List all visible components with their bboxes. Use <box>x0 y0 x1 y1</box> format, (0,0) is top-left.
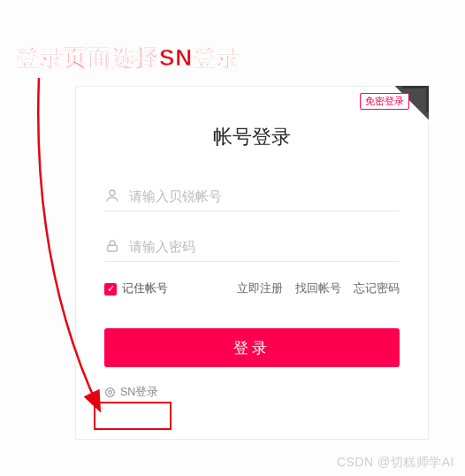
username-row <box>104 180 400 211</box>
watermark: CSDN @切糕师学AI <box>337 455 454 471</box>
svg-point-3 <box>109 391 112 395</box>
sn-login-link[interactable]: SN登录 <box>104 385 400 400</box>
svg-point-1 <box>110 190 115 196</box>
remember-checkbox[interactable]: ✓ 记住帐号 <box>104 281 168 296</box>
remember-label: 记住帐号 <box>122 281 168 296</box>
passwordless-badge[interactable]: 免密登录 <box>360 93 409 110</box>
corner-tab[interactable]: 免密登录 <box>358 86 429 121</box>
password-input[interactable] <box>129 239 400 254</box>
user-icon <box>104 188 120 203</box>
login-button[interactable]: 登录 <box>104 328 400 367</box>
sn-login-label: SN登录 <box>120 385 158 400</box>
login-card: 免密登录 帐号登录 ✓ 记住帐号 立即注册 找回帐号 忘记密码 <box>75 86 429 440</box>
username-input[interactable] <box>129 188 400 203</box>
find-account-link[interactable]: 找回帐号 <box>295 281 341 296</box>
register-link[interactable]: 立即注册 <box>237 281 283 296</box>
annotation-text: 登录页面选择SN登录 <box>16 42 240 73</box>
password-row <box>104 231 400 262</box>
checkbox-icon: ✓ <box>104 283 117 296</box>
lock-icon <box>104 238 120 254</box>
forgot-password-link[interactable]: 忘记密码 <box>354 281 400 296</box>
options-row: ✓ 记住帐号 立即注册 找回帐号 忘记密码 <box>104 281 400 296</box>
gear-icon <box>104 387 116 398</box>
login-title: 帐号登录 <box>104 124 400 150</box>
svg-rect-2 <box>108 245 118 251</box>
links-group: 立即注册 找回帐号 忘记密码 <box>237 281 400 296</box>
